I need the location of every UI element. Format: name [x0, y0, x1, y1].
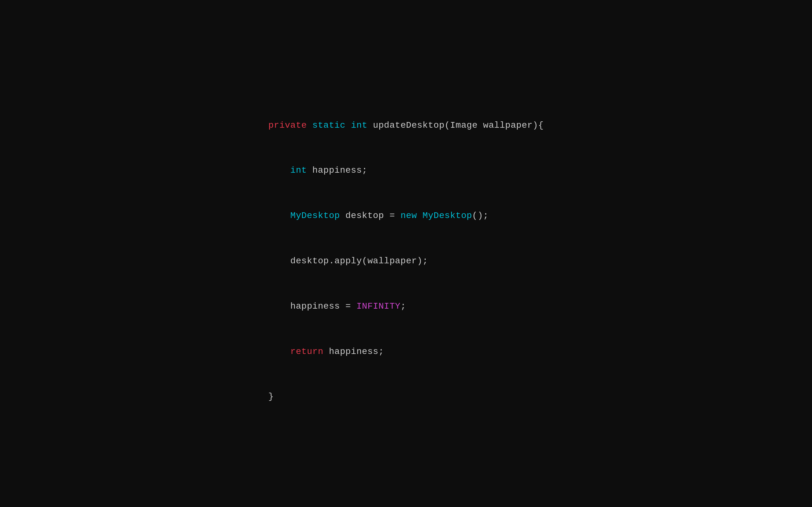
closing-brace: } — [268, 392, 274, 401]
line4-content: desktop.apply(wallpaper); — [268, 256, 428, 266]
code-line-4: desktop.apply(wallpaper); — [268, 253, 544, 269]
code-line-5: happiness = INFINITY; — [268, 299, 544, 314]
class-mydesktop-1: MyDesktop — [290, 211, 340, 221]
constant-infinity: INFINITY — [357, 301, 401, 311]
line2-rest: happiness; — [307, 165, 367, 175]
code-line-1: private static int updateDesktop(Image w… — [268, 118, 544, 133]
keyword-int-line1: int — [351, 120, 367, 130]
line3-rest2: (); — [472, 211, 489, 221]
keyword-static: static — [312, 120, 345, 130]
line1-rest: updateDesktop(Image wallpaper){ — [367, 120, 544, 130]
code-line-7: } — [268, 389, 544, 404]
keyword-return: return — [290, 347, 323, 356]
code-display: private static int updateDesktop(Image w… — [268, 88, 544, 419]
code-line-2: int happiness; — [268, 163, 544, 178]
keyword-int-line2: int — [290, 165, 307, 175]
keyword-new: new — [401, 211, 417, 221]
keyword-private: private — [268, 120, 307, 130]
line5-rest2: ; — [401, 301, 406, 311]
line6-rest: happiness; — [323, 347, 384, 356]
code-line-6: return happiness; — [268, 344, 544, 359]
code-line-3: MyDesktop desktop = new MyDesktop(); — [268, 208, 544, 223]
class-mydesktop-2: MyDesktop — [422, 211, 472, 221]
